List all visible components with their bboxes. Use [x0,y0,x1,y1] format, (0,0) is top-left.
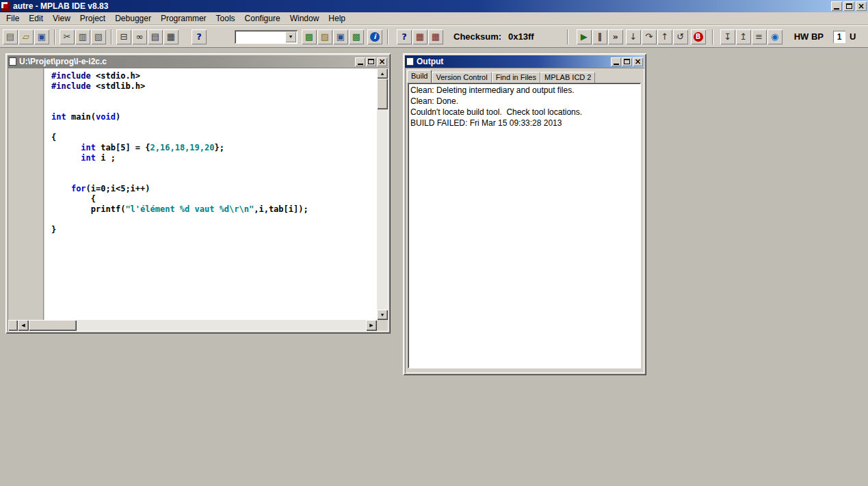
editor-title: U:\Projet\prog\l-e-i2c.c [19,57,107,66]
target-device-button[interactable]: ◉ [767,29,782,44]
output-line: Couldn't locate build tool. Check tool l… [410,107,638,118]
save-workspace-button[interactable]: ▣ [333,29,348,44]
scroll-down-button[interactable]: ▼ [377,310,388,320]
menu-configure[interactable]: Configure [240,12,285,25]
help-button[interactable]: ? [192,29,207,44]
maximize-icon [368,59,374,64]
toolbar-separator [111,29,112,44]
find-button[interactable]: ∞ [132,29,147,44]
maximize-icon [624,59,630,64]
editor-minimize-button[interactable] [355,57,365,66]
breakpoints-icon: B [694,32,703,42]
open-project-button[interactable]: ▨ [317,29,332,44]
code-line [51,122,377,133]
tab-version-control[interactable]: Version Control [432,72,491,83]
build-info-icon: i [370,32,380,42]
horizontal-scroll-track[interactable] [77,320,366,331]
build-all-button[interactable]: ▩ [349,29,364,44]
program-target-button[interactable]: ↧ [720,29,735,44]
copy-button[interactable]: ▥ [75,29,90,44]
output-maximize-button[interactable] [622,57,632,66]
print-button[interactable]: ⊟ [116,29,131,44]
scroll-right-button[interactable]: ▶ [366,320,377,331]
save-file-button[interactable]: ▣ [34,29,49,44]
step-out-icon: ↑ [661,32,668,41]
reset-button[interactable]: ↺ [673,29,688,44]
verify-target-button[interactable]: ≡ [752,29,767,44]
output-minimize-button[interactable] [611,57,621,66]
main-close-button[interactable]: × [856,1,867,11]
new-file-button[interactable]: ▤ [3,29,18,44]
output-titlebar[interactable]: Output × [405,55,644,68]
scroll-up-button[interactable]: ▲ [377,68,388,79]
print-preview-button[interactable]: ▤ [148,29,163,44]
editor-maximize-button[interactable] [366,57,376,66]
code-area[interactable]: #include <stdio.h>#include <stdlib.h>int… [44,68,377,320]
paste-button[interactable]: ▧ [91,29,106,44]
vertical-scroll-thumb[interactable] [377,79,388,109]
code-line [51,174,377,184]
hw-bp-partial-label: U [850,31,856,42]
main-window-controls: × [831,1,867,11]
breakpoints-button[interactable]: B [691,29,706,44]
cut-button[interactable]: ✂ [60,29,75,44]
editor-titlebar[interactable]: U:\Projet\prog\l-e-i2c.c × [8,55,389,68]
new-project-button[interactable]: ▩ [302,29,317,44]
toolbar-combo[interactable]: ▼ [235,30,298,44]
menu-programmer[interactable]: Programmer [156,12,211,25]
output-content[interactable]: Clean: Deleting intermediary and output … [408,83,641,368]
horizontal-scroll-thumb[interactable] [29,320,77,331]
step-into-button[interactable]: ↓ [626,29,641,44]
context-help-button[interactable]: ? [397,29,412,44]
checksum-window-button[interactable]: ▦ [412,29,428,44]
read-target-button[interactable]: ↥ [736,29,751,44]
output-line: BUILD FAILED: Fri Mar 15 09:33:28 2013 [410,118,638,129]
open-file-button[interactable]: ▱ [18,29,34,44]
properties-button[interactable]: ▦ [163,29,179,44]
toolbar-separator [712,29,713,44]
tab-find-in-files[interactable]: Find in Files [492,72,540,83]
halt-icon: ‖ [597,32,602,41]
minimize-icon [834,8,839,10]
chevron-down-icon[interactable]: ▼ [285,31,296,42]
menu-tools[interactable]: Tools [211,12,240,25]
editor-close-button[interactable]: × [377,57,387,66]
restore-icon [846,3,852,9]
animate-button[interactable]: » [608,29,623,44]
scroll-left-button[interactable]: ◀ [18,320,29,331]
menu-file[interactable]: File [1,12,24,25]
editor-horizontal-scrollbar[interactable]: ◀ ▶ [8,320,377,331]
editor-vertical-scrollbar[interactable]: ▲ ▼ [377,68,388,320]
main-minimize-button[interactable] [831,1,842,11]
step-out-button[interactable]: ↑ [657,29,672,44]
menu-window[interactable]: Window [285,12,324,25]
code-line: } [51,225,377,235]
copy-icon: ▥ [79,32,87,41]
build-info-button[interactable]: i [367,29,382,44]
memory-window-button[interactable]: ▦ [428,29,443,44]
editor-gutter[interactable] [8,68,44,320]
splitter-box[interactable] [8,320,18,331]
toolbar-separator [387,29,389,44]
output-close-button[interactable]: × [633,57,643,66]
vertical-scroll-track[interactable] [377,109,388,310]
halt-button[interactable]: ‖ [592,29,607,44]
close-icon: × [858,3,865,10]
checksum-value: 0x13ff [508,31,534,42]
minimize-icon [614,64,619,65]
tab-build[interactable]: Build [407,70,432,83]
code-line: for(i=0;i<5;i++) [51,184,377,194]
menu-project[interactable]: Project [75,12,110,25]
menu-view[interactable]: View [48,12,75,25]
menu-edit[interactable]: Edit [24,12,48,25]
main-restore-button[interactable] [843,1,854,11]
code-line: printf("l'élément %d vaut %d\r\n",i,tab[… [51,204,377,215]
run-button[interactable]: ▶ [577,29,592,44]
main-titlebar[interactable]: autre - MPLAB IDE v8.83 × [0,0,868,12]
code-line: #include <stdlib.h> [51,81,377,92]
step-over-button[interactable]: ↷ [642,29,657,44]
menu-debugger[interactable]: Debugger [110,12,156,25]
menu-help[interactable]: Help [324,12,350,25]
tab-mplab-icd-2[interactable]: MPLAB ICD 2 [540,72,595,83]
scrollbar-corner [377,320,388,331]
